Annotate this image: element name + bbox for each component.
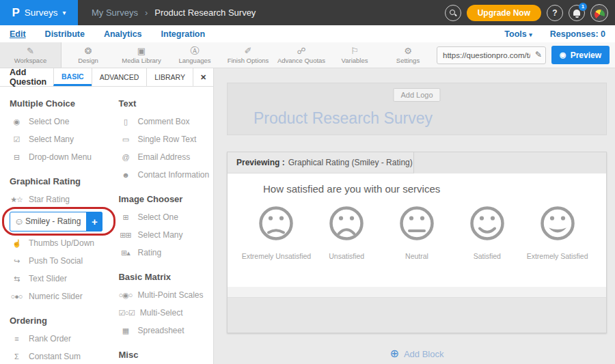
sidebar-item-rank-order[interactable]: ≡Rank Order [10,330,109,348]
smiley-option-extremely-satisfied[interactable]: Extremely Satisfied [522,204,592,260]
sidebar-item-contact-information[interactable]: ☻Contact Information [118,166,213,184]
questionpro-survey-builder: P Surveys ▾ My Surveys › Product Researc… [0,0,615,364]
sidebar-item-spreadsheet[interactable]: ▦Spreadsheet [118,322,213,339]
notifications-button[interactable]: 1 [569,5,585,21]
sidebar-item-label: Email Address [137,152,190,162]
toolbar-item-languages[interactable]: ⒶLanguages [168,42,221,68]
toolbar-item-variables[interactable]: ⚐Variables [328,42,381,68]
add-question-title: Add Question [0,68,53,86]
tab-library[interactable]: LIBRARY [146,68,193,86]
question-text[interactable]: How satisfied are you with our services [228,173,606,195]
add-question-header: Add Question BASIC ADVANCED LIBRARY ✕ [0,68,213,87]
sidebar-item-select-one[interactable]: ⊞Select One [118,208,213,226]
tab-basic[interactable]: BASIC [53,68,92,86]
toolbar-item-label: Variables [342,57,368,64]
close-panel-button[interactable]: ✕ [193,68,213,86]
tab-advanced[interactable]: ADVANCED [92,68,147,86]
search-button[interactable] [445,5,461,21]
tools-menu[interactable]: Tools ▾ [504,29,532,39]
tools-label: Tools [504,29,526,39]
preview-button[interactable]: ◉ Preview [551,46,610,64]
multi-point-icon: ○◉○ [118,292,132,299]
sidebar-item-comment-box[interactable]: ▯Comment Box [118,113,213,130]
image-select-many-icon: ⊞⊞ [118,232,132,239]
sidebar-item-text-slider[interactable]: ⇆Text Slider [10,270,109,288]
responses-count[interactable]: Responses: 0 [550,29,605,39]
toolbar-item-design[interactable]: ❂Design [62,42,115,68]
sidebar-item-star-rating[interactable]: ★☆Star Rating [10,191,109,208]
question-type-columns: Multiple Choice◉Select One☑Select Many⊟D… [0,87,213,364]
smiley-option-neutral[interactable]: Neutral [382,204,452,260]
sidebar-item-label: Smiley - Rating [24,216,86,226]
sidebar-item-single-row-text[interactable]: ▭Single Row Text [118,130,213,148]
toolbar-item-settings[interactable]: ⚙Settings [381,42,435,68]
survey-title[interactable]: Product Research Survey [254,109,433,128]
toolbar-item-media-library[interactable]: ▣Media Library [115,42,168,68]
toolbar-item-advance-quotas[interactable]: ☍Advance Quotas [275,42,328,68]
sidebar-item-constant-sum[interactable]: ΣConstant Sum [10,348,109,364]
sidebar-item-label: Spreadsheet [137,326,184,335]
toolbar-item-workspace[interactable]: ✎Workspace [0,42,62,68]
previewing-value: Graphical Rating (Smiley - Rating) [288,158,413,167]
upgrade-now-button[interactable]: Upgrade Now [467,5,541,21]
user-avatar[interactable] [590,4,608,22]
sidebar-item-multi-select[interactable]: ☑○☑Multi-Select [118,304,213,322]
edit-url-pencil-icon[interactable]: ✎ [535,50,542,59]
nav-distribute[interactable]: Distribute [45,29,85,39]
star-rating-icon: ★☆ [10,196,23,204]
sidebar-item-select-one[interactable]: ◉Select One [10,113,109,130]
finish-options-icon: ✐ [245,46,252,55]
survey-url-input[interactable] [437,46,546,64]
add-block-button[interactable]: ⊕ Add Block [214,344,615,363]
caret-down-icon: ▾ [63,10,66,16]
breadcrumb-my-surveys[interactable]: My Surveys [92,8,138,18]
sidebar-item-select-many[interactable]: ☑Select Many [10,130,109,148]
sidebar-item-drop-down-menu[interactable]: ⊟Drop-down Menu [10,148,109,166]
add-logo-button[interactable]: Add Logo [393,88,440,102]
breadcrumb: My Surveys › Product Research Survey [92,8,256,18]
sidebar-item-email-address[interactable]: @Email Address [118,148,213,166]
survey-canvas: Add Logo Product Research Survey Preview… [214,68,615,364]
constant-sum-icon: Σ [10,353,23,361]
section-title: Multiple Choice [10,98,109,109]
nav-integration[interactable]: Integration [161,29,206,39]
close-icon: ✕ [200,73,206,82]
smiley-option-extremely-unsatisfied[interactable]: Extremely Unsatisfied [241,204,312,260]
add-block-plus-icon: ⊕ [390,348,399,359]
toolbar-item-label: Media Library [122,57,161,64]
sidebar-item-thumbs-up-down[interactable]: ☝Thumbs Up/Down [10,234,109,252]
sidebar-item-label: Select One [29,117,69,126]
section-title: Graphical Rating [10,176,109,186]
sidebar-item-select-many[interactable]: ⊞⊞Select Many [118,226,213,244]
breadcrumb-chevron-icon: › [145,8,148,18]
sidebar-item-push-to-social[interactable]: ↪Push To Social [10,252,109,270]
notification-badge: 1 [579,3,587,11]
nav-analytics[interactable]: Analytics [104,29,142,39]
sidebar-item-label: Constant Sum [29,352,81,361]
toolbar-item-finish-options[interactable]: ✐Finish Options [221,42,275,68]
surveys-product-menu[interactable]: P Surveys ▾ [0,0,78,25]
smiley-option-unsatisfied[interactable]: Unsatisfied [312,204,382,260]
sidebar-item-numeric-slider[interactable]: ○●○Numeric Slider [10,288,109,305]
sidebar-item-label: Contact Information [137,170,209,180]
smiley-label: Extremely Satisfied [527,252,588,260]
smiley-option-satisfied[interactable]: Satisfied [452,204,522,260]
questionpro-logo: P [12,6,19,20]
sidebar-item-label: Multi-Select [140,308,183,318]
sidebar-item-multi-point-scales[interactable]: ○◉○Multi-Point Scales [118,286,213,304]
media-library-icon: ▣ [137,46,146,55]
sidebar-item-smiley-rating[interactable]: ☺Smiley - Rating+ [10,212,102,232]
survey-url-wrap: ✎ [437,46,546,64]
share-icon: ↪ [10,257,23,265]
survey-nav: Edit Distribute Analytics Integration To… [0,25,615,42]
toolbar-item-label: Workspace [14,57,46,64]
smiley-face-icon [398,204,436,242]
question-type-column-1: Multiple Choice◉Select One☑Select Many⊟D… [0,88,109,364]
nav-edit[interactable]: Edit [10,29,26,39]
sidebar-item-rating[interactable]: ⊞▴Rating [118,244,213,262]
help-button[interactable]: ? [547,5,563,21]
avatar-gauge-icon [594,10,605,20]
add-smiley-rating-button[interactable]: + [86,212,102,232]
sidebar-item-label: Rank Order [29,334,71,344]
rank-order-icon: ≡ [10,335,23,343]
